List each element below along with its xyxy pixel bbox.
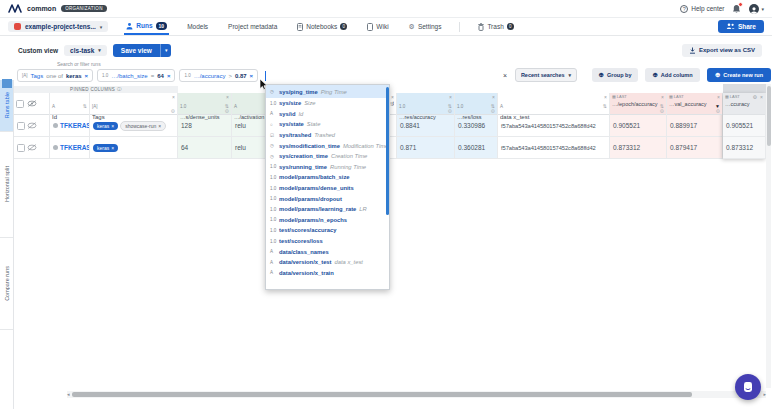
- dropdown-item[interactable]: 1.0test/scores/accuracy: [266, 225, 389, 236]
- export-csv-button[interactable]: Export view as CSV: [682, 44, 762, 57]
- dropdown-item[interactable]: 1.0test/scores/loss: [266, 236, 389, 247]
- dropdown-item[interactable]: Adata/version/x_train: [266, 268, 389, 279]
- close-icon[interactable]: ×: [226, 94, 229, 100]
- close-icon[interactable]: ×: [492, 94, 495, 100]
- gear-icon[interactable]: ⚙: [660, 108, 664, 114]
- gear-icon[interactable]: ⚙: [491, 108, 495, 114]
- eye-off-icon[interactable]: [27, 100, 37, 107]
- tab-settings[interactable]: ⚙ Settings: [407, 18, 444, 35]
- column-header[interactable]: ▦LAST …ccuracy ⚙ ×: [723, 93, 765, 115]
- project-selector[interactable]: example-project-tens... ▾: [8, 21, 108, 32]
- dropdown-item[interactable]: Asys/idId: [266, 109, 389, 120]
- gear-icon[interactable]: ⚙: [171, 108, 175, 114]
- rail-tab-compare-runs[interactable]: Compare runs: [0, 238, 13, 330]
- view-select[interactable]: cls-task ▾: [64, 45, 107, 56]
- tab-trash[interactable]: Trash 0: [476, 18, 515, 35]
- close-icon[interactable]: ×: [167, 73, 171, 79]
- tab-models[interactable]: Models: [185, 18, 210, 35]
- horizontal-scrollbar[interactable]: ◂ ▸: [67, 391, 766, 398]
- dropdown-item[interactable]: ☑sys/trashedTrashed: [266, 130, 389, 141]
- recent-searches-button[interactable]: Recent searches▾: [515, 68, 577, 82]
- vertical-scrollbar[interactable]: [766, 84, 771, 388]
- tab-runs[interactable]: Runs 10: [124, 18, 169, 35]
- run-id-link[interactable]: TFKERAS-14: [60, 122, 89, 129]
- dropdown-item[interactable]: 1.0model/params/n_epochs: [266, 215, 389, 226]
- chat-widget-button[interactable]: [735, 374, 761, 400]
- filter-pill-tags[interactable]: [A] Tags one of keras ×: [17, 69, 93, 82]
- query-builder[interactable]: [A] Tags one of keras × 1.0 …/batch_size…: [17, 68, 762, 83]
- dropdown-item[interactable]: ◷sys/creation_timeCreation Time: [266, 151, 389, 162]
- rail-tab-runs-table[interactable]: Runs table: [0, 80, 13, 132]
- dropdown-item[interactable]: 1.0model/params/dropout: [266, 193, 389, 204]
- scroll-right-icon[interactable]: ▸: [763, 391, 766, 397]
- neptune-logo-icon[interactable]: [8, 3, 22, 14]
- sort-icon[interactable]: ⇅: [390, 101, 394, 107]
- dropdown-scrollbar[interactable]: [386, 87, 389, 215]
- dropdown-item[interactable]: 1.0model/params/dense_units: [266, 183, 389, 194]
- column-header[interactable]: ▦LAST …/epoch/accuracy × ⇅ ⚙: [610, 93, 666, 115]
- create-new-run-button[interactable]: ⊕Create new run: [707, 68, 771, 82]
- dropdown-item[interactable]: ◷sys/ping_timePing Time: [266, 85, 389, 98]
- row-checkbox[interactable]: [17, 144, 25, 152]
- tab-notebooks[interactable]: Notebooks 0: [295, 18, 349, 35]
- dropdown-item[interactable]: 1.0model/params/batch_size: [266, 172, 389, 183]
- tag-pill[interactable]: keras×: [93, 144, 118, 152]
- vertical-scrollbar-thumb[interactable]: [767, 86, 771, 146]
- gear-icon[interactable]: ⚙: [448, 108, 452, 114]
- help-center-button[interactable]: ? Help center: [680, 5, 724, 13]
- column-accuracy-drag-ghost[interactable]: ▦LAST …ccuracy ⚙ × 0.905521 0.873312: [723, 93, 766, 159]
- column-header[interactable]: 1.0 …s/dense_units × ⇅ ⚙: [178, 93, 231, 115]
- sort-icon[interactable]: ⇅: [603, 103, 607, 109]
- tab-wiki[interactable]: Wiki: [365, 18, 390, 35]
- close-icon[interactable]: ×: [111, 145, 114, 151]
- gear-icon[interactable]: ⚙: [716, 108, 720, 114]
- close-icon[interactable]: ×: [391, 94, 394, 100]
- eye-off-icon[interactable]: [27, 144, 37, 151]
- row-checkbox[interactable]: [17, 122, 25, 130]
- dropdown-item[interactable]: Adata/version/x_testdata x_test: [266, 257, 389, 268]
- tag-pill[interactable]: showcase-run×: [120, 121, 166, 131]
- run-id-link[interactable]: TFKERAS-6: [60, 144, 89, 151]
- close-icon[interactable]: ×: [449, 94, 452, 100]
- close-icon[interactable]: ×: [250, 73, 254, 79]
- column-header[interactable]: 1.0 …res/accuracy × ⇅ ⚙: [397, 93, 454, 115]
- user-menu[interactable]: ▾: [749, 4, 764, 14]
- id-column-header[interactable]: A Id ⇅: [50, 93, 89, 115]
- dropdown-item[interactable]: 1.0sys/sizeSize: [266, 98, 389, 109]
- save-view-button[interactable]: Save view: [113, 44, 160, 57]
- close-icon[interactable]: ×: [172, 94, 175, 100]
- close-icon[interactable]: ×: [158, 123, 161, 129]
- column-header[interactable]: A data x_test × ⇅: [498, 93, 609, 115]
- close-icon[interactable]: ×: [717, 94, 720, 100]
- group-by-button[interactable]: ⊕Group by: [592, 68, 638, 82]
- close-icon[interactable]: ×: [85, 73, 89, 79]
- close-icon[interactable]: ×: [661, 94, 664, 100]
- select-all-checkbox[interactable]: [16, 100, 24, 108]
- horizontal-scrollbar-thumb[interactable]: [72, 392, 692, 397]
- dropdown-item[interactable]: 1.0model/params/learning_rateLR: [266, 204, 389, 215]
- dropdown-item[interactable]: ◷sys/modification_timeModification Time: [266, 140, 389, 151]
- eye-off-icon[interactable]: [27, 122, 37, 129]
- notifications-bell-icon[interactable]: [732, 4, 741, 14]
- add-column-button[interactable]: ⊕Add column: [645, 68, 700, 82]
- share-button[interactable]: Share: [718, 20, 764, 33]
- filter-pill-batch-size[interactable]: 1.0 …/batch_size = 64 ×: [97, 69, 175, 82]
- column-header[interactable]: ▦LAST …val_accuracy × ▼ ⚙: [667, 93, 722, 115]
- sort-icon[interactable]: ⇅: [83, 103, 87, 109]
- tab-project-metadata[interactable]: Project metadata: [226, 18, 279, 35]
- close-icon[interactable]: ×: [111, 123, 114, 129]
- gear-icon[interactable]: ⚙: [225, 108, 229, 114]
- filter-pill-accuracy[interactable]: 1.0 …/accuracy > 0.87 ×: [179, 69, 258, 82]
- dropdown-item[interactable]: 1.0sys/running_timeRunning Time: [266, 162, 389, 173]
- scroll-left-icon[interactable]: ◂: [67, 391, 70, 397]
- gear-icon[interactable]: ⚙: [753, 94, 757, 100]
- clear-search-icon[interactable]: ×: [503, 68, 507, 82]
- save-view-menu-button[interactable]: ▾: [160, 44, 172, 57]
- column-header[interactable]: 1.0 …res/loss × ⇅ ⚙: [455, 93, 497, 115]
- close-icon[interactable]: ×: [760, 94, 763, 100]
- tag-pill[interactable]: keras×: [93, 122, 118, 130]
- workspace-name[interactable]: common: [27, 5, 56, 12]
- close-icon[interactable]: ×: [604, 94, 607, 100]
- tags-column-header[interactable]: [A] Tags × ⚙: [90, 93, 177, 115]
- dropdown-item[interactable]: ○sys/stateState: [266, 119, 389, 130]
